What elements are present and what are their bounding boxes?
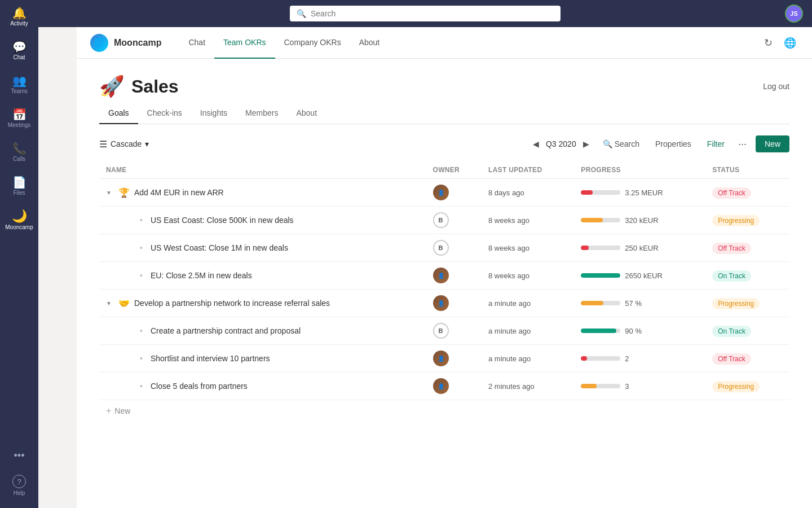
app-name: Mooncamp — [114, 38, 161, 48]
expand-icon[interactable]: ▼ — [106, 190, 114, 196]
column-last-updated: Last updated — [482, 161, 574, 179]
progress-cell: 320 kEUR — [581, 216, 699, 225]
chevron-down-icon: ▾ — [145, 139, 149, 148]
status-badge: Progressing — [712, 298, 760, 309]
progress-value: 90 % — [625, 327, 642, 335]
last-updated: a minute ago — [488, 354, 531, 363]
progress-bar — [581, 356, 620, 361]
bullet-icon: • — [140, 243, 143, 252]
tab-members[interactable]: Members — [236, 103, 287, 124]
owner-avatar: 👤 — [433, 378, 449, 394]
goal-owner: B — [426, 207, 482, 234]
sidebar-bottom: ••• ? Help — [0, 443, 38, 508]
last-updated: 8 days ago — [488, 189, 524, 197]
status-badge: On Track — [712, 326, 751, 337]
last-updated: 8 weeks ago — [488, 216, 529, 225]
sidebar-item-calls[interactable]: 📞 Calls — [0, 135, 38, 169]
main-wrapper: 🌐 Mooncamp Chat Team OKRs Company OKRs A… — [77, 27, 812, 508]
progress-bar — [581, 384, 620, 388]
bullet-icon: • — [140, 271, 143, 280]
goal-name: US East Coast: Close 500K in new deals — [151, 216, 294, 225]
last-updated: 8 weeks ago — [488, 244, 529, 252]
progress-value: 320 kEUR — [625, 216, 658, 225]
expand-icon[interactable]: ▼ — [106, 300, 114, 306]
column-owner: Owner — [426, 161, 482, 179]
new-row-button[interactable]: + New — [99, 400, 789, 422]
sidebar-item-teams[interactable]: 👥 Teams — [0, 68, 38, 102]
table-row: • US West Coast: Close 1M in new deals B… — [99, 234, 789, 262]
progress-cell: 3 — [581, 382, 699, 391]
nav-chat[interactable]: Chat — [179, 28, 214, 59]
refresh-button[interactable]: ↻ — [762, 34, 775, 51]
chat-icon: 💬 — [12, 41, 27, 52]
sidebar-item-files[interactable]: 📄 Files — [0, 169, 38, 203]
search-button[interactable]: 🔍 Search — [598, 137, 644, 151]
filter-button[interactable]: Filter — [703, 137, 729, 151]
quarter-label: Q3 2020 — [546, 139, 576, 148]
list-icon: ☰ — [99, 139, 107, 150]
tab-about[interactable]: About — [287, 103, 326, 124]
goal-name: Add 4M EUR in new ARR — [134, 188, 224, 197]
progress-cell: 57 % — [581, 299, 699, 308]
properties-button[interactable]: Properties — [651, 137, 696, 151]
toolbar: ☰ Cascade ▾ ◀ Q3 2020 ▶ 🔍 Search Propert… — [99, 135, 789, 152]
bullet-icon: • — [140, 354, 143, 363]
search-icon: 🔍 — [603, 139, 612, 148]
user-avatar[interactable]: JS — [785, 5, 803, 23]
sidebar-more-button[interactable]: ••• — [0, 443, 38, 468]
last-updated: a minute ago — [488, 327, 531, 335]
goal-name: Close 5 deals from partners — [151, 382, 248, 391]
goal-emoji: 🤝 — [118, 298, 130, 309]
progress-value: 2650 kEUR — [625, 271, 662, 280]
new-button[interactable]: New — [756, 135, 789, 152]
tab-insights[interactable]: Insights — [191, 103, 236, 124]
status-badge: Off Track — [712, 187, 751, 199]
sidebar-item-mooncamp[interactable]: 🌙 Mooncamp — [0, 203, 38, 237]
nav-company-okrs[interactable]: Company OKRs — [275, 28, 350, 59]
app-header-actions: ↻ 🌐 — [762, 34, 798, 51]
language-button[interactable]: 🌐 — [782, 34, 798, 51]
sidebar-item-meetings[interactable]: 📅 Meetings — [0, 102, 38, 135]
sidebar: 🔔 Activity 💬 Chat 👥 Teams 📅 Meetings 📞 C… — [0, 0, 38, 508]
progress-bar — [581, 190, 620, 195]
goal-owner: 👤 — [426, 290, 482, 317]
tab-goals[interactable]: Goals — [99, 103, 138, 124]
status-badge: Off Track — [712, 353, 751, 365]
bullet-icon: • — [140, 326, 143, 335]
owner-avatar: B — [433, 212, 449, 228]
goal-owner: 👤 — [426, 373, 482, 400]
search-input[interactable] — [311, 9, 554, 18]
status-badge: On Track — [712, 270, 751, 282]
goal-owner: 👤 — [426, 179, 482, 207]
status-badge: Progressing — [712, 381, 760, 392]
progress-value: 3 — [625, 382, 629, 391]
app-header: 🌐 Mooncamp Chat Team OKRs Company OKRs A… — [77, 27, 812, 59]
globe-icon: 🌐 — [94, 37, 105, 48]
sidebar-item-help[interactable]: ? Help — [0, 468, 38, 502]
column-progress: Progress — [574, 161, 705, 179]
more-options-button[interactable]: ··· — [736, 138, 749, 150]
logout-button[interactable]: Log out — [763, 82, 789, 91]
page-title: Sales — [131, 76, 179, 97]
last-updated: 2 minutes ago — [488, 382, 535, 391]
help-icon: ? — [12, 475, 26, 488]
goal-emoji: 🏆 — [118, 187, 130, 198]
prev-quarter-button[interactable]: ◀ — [531, 138, 541, 150]
goal-owner: B — [426, 317, 482, 345]
app-logo-icon: 🌐 — [90, 34, 108, 52]
search-bar[interactable]: 🔍 — [290, 6, 561, 21]
sidebar-item-activity[interactable]: 🔔 Activity — [0, 0, 38, 34]
quarter-nav: ◀ Q3 2020 ▶ — [531, 138, 592, 150]
nav-team-okrs[interactable]: Team OKRs — [214, 28, 275, 59]
table-row: ▼ 🏆 Add 4M EUR in new ARR 👤 8 days ago 3… — [99, 179, 789, 207]
next-quarter-button[interactable]: ▶ — [581, 138, 592, 150]
bullet-icon: • — [140, 216, 143, 225]
tab-check-ins[interactable]: Check-ins — [138, 103, 191, 124]
sidebar-item-chat[interactable]: 💬 Chat — [0, 34, 38, 68]
nav-about[interactable]: About — [350, 28, 389, 59]
plus-icon: + — [106, 406, 111, 416]
progress-value: 2 — [625, 354, 629, 363]
cascade-button[interactable]: ☰ Cascade ▾ — [99, 139, 149, 150]
progress-bar — [581, 301, 620, 305]
table-row: ▼ 🤝 Develop a partnership network to inc… — [99, 290, 789, 317]
